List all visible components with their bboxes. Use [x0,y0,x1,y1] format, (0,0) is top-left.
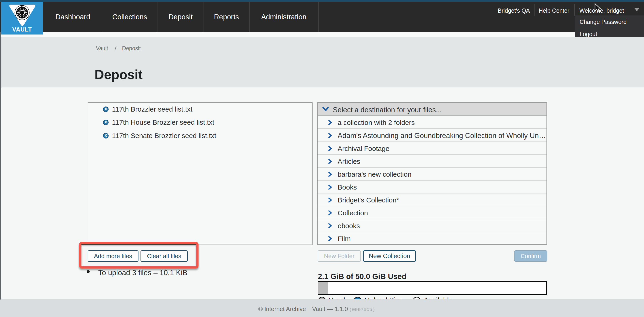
svg-text:VAULT: VAULT [12,26,32,33]
